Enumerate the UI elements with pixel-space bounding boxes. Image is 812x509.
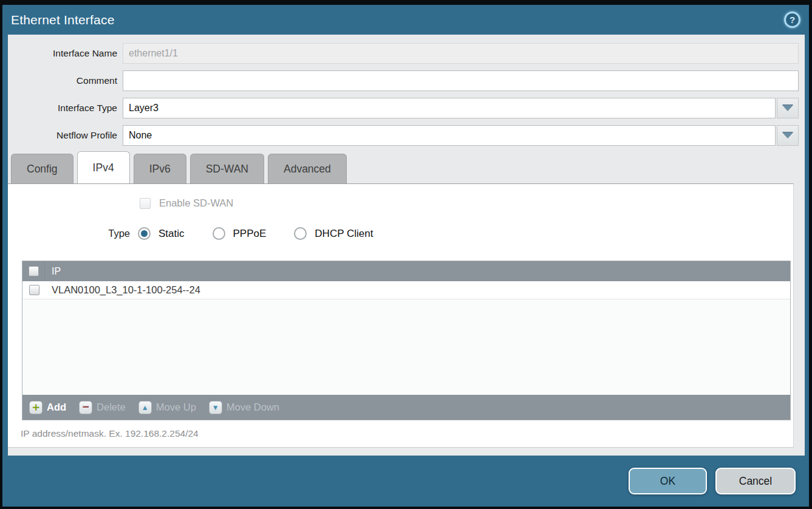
cancel-button[interactable]: Cancel xyxy=(715,468,796,494)
interface-type-label: Interface Type xyxy=(8,103,123,114)
interface-form: Interface Name Comment Interface Type La… xyxy=(8,35,805,146)
table-row[interactable]: VLAN0100_L3_10-1-100-254--24 xyxy=(22,281,790,299)
tab-ipv6[interactable]: IPv6 xyxy=(134,154,186,183)
type-label: Type xyxy=(8,228,130,239)
arrow-down-icon: ▼ xyxy=(209,401,222,414)
ipv4-tab-panel: Enable SD-WAN Type Static PPPoE DHCP Cli… xyxy=(8,183,794,448)
minus-icon: − xyxy=(79,401,92,414)
grid-toolbar: ＋ Add − Delete ▲ Move Up ▼ xyxy=(22,395,790,420)
ip-grid-header: IP xyxy=(22,261,790,281)
move-down-button: ▼ Move Down xyxy=(209,401,279,414)
ip-grid: IP VLAN0100_L3_10-1-100-254--24 ＋ Add xyxy=(22,261,791,420)
tab-advanced[interactable]: Advanced xyxy=(268,154,347,183)
chevron-down-icon xyxy=(782,132,793,138)
interface-name-field xyxy=(123,43,799,64)
radio-unselected-icon xyxy=(294,227,307,240)
radio-dhcp-client[interactable]: DHCP Client xyxy=(294,227,373,240)
interface-name-label: Interface Name xyxy=(8,48,123,59)
dialog-footer: OK Cancel xyxy=(2,456,809,507)
ok-button[interactable]: OK xyxy=(629,468,707,494)
radio-unselected-icon xyxy=(213,227,225,240)
enable-sdwan-label: Enable SD-WAN xyxy=(159,197,233,209)
ip-format-hint: IP address/netmask. Ex. 192.168.2.254/24 xyxy=(21,428,199,439)
add-button[interactable]: ＋ Add xyxy=(29,401,66,414)
tab-sd-wan[interactable]: SD-WAN xyxy=(190,154,264,183)
netflow-profile-dropdown-button[interactable] xyxy=(777,125,799,146)
tab-ipv4[interactable]: IPv4 xyxy=(77,151,130,183)
move-up-button: ▲ Move Up xyxy=(138,401,196,414)
chevron-down-icon xyxy=(782,105,793,111)
radio-dhcp-client-label: DHCP Client xyxy=(315,228,373,240)
dialog-body: Interface Name Comment Interface Type La… xyxy=(8,35,805,456)
radio-selected-icon xyxy=(138,227,151,240)
screen: Ethernet Interface ? Interface Name Comm… xyxy=(0,0,812,509)
delete-button: − Delete xyxy=(79,401,126,414)
ip-column-header: IP xyxy=(46,266,61,277)
radio-static[interactable]: Static xyxy=(138,227,185,240)
form-row-interface-name: Interface Name xyxy=(8,43,805,64)
ethernet-interface-dialog: Ethernet Interface ? Interface Name Comm… xyxy=(2,5,809,507)
enable-sdwan-checkbox xyxy=(140,198,151,209)
interface-type-dropdown-button[interactable] xyxy=(777,98,799,118)
form-row-interface-type: Interface Type Layer3 xyxy=(8,98,805,118)
form-row-netflow-profile: Netflow Profile None xyxy=(8,125,805,146)
radio-pppoe-label: PPPoE xyxy=(233,228,267,240)
dialog-title: Ethernet Interface xyxy=(11,13,115,27)
comment-label: Comment xyxy=(8,75,123,86)
help-icon[interactable]: ? xyxy=(784,12,800,28)
tab-config[interactable]: Config xyxy=(11,154,73,183)
enable-sdwan-row: Enable SD-WAN xyxy=(8,197,233,209)
select-all-checkbox[interactable] xyxy=(29,266,39,276)
arrow-up-icon: ▲ xyxy=(138,401,152,414)
address-type-row: Type Static PPPoE DHCP Client xyxy=(8,227,373,240)
plus-icon: ＋ xyxy=(29,401,43,414)
grid-empty-area xyxy=(22,299,790,395)
row-checkbox[interactable] xyxy=(29,285,39,295)
interface-type-select[interactable]: Layer3 xyxy=(123,98,776,118)
tab-strip: Config IPv4 IPv6 SD-WAN Advanced xyxy=(8,154,350,183)
radio-pppoe[interactable]: PPPoE xyxy=(213,227,267,240)
comment-field[interactable] xyxy=(123,70,799,91)
ip-cell-value: VLAN0100_L3_10-1-100-254--24 xyxy=(46,284,200,296)
netflow-profile-label: Netflow Profile xyxy=(8,130,123,141)
radio-static-label: Static xyxy=(159,228,185,240)
netflow-profile-select[interactable]: None xyxy=(123,125,776,146)
form-row-comment: Comment xyxy=(8,70,805,91)
dialog-titlebar: Ethernet Interface ? xyxy=(2,5,809,35)
